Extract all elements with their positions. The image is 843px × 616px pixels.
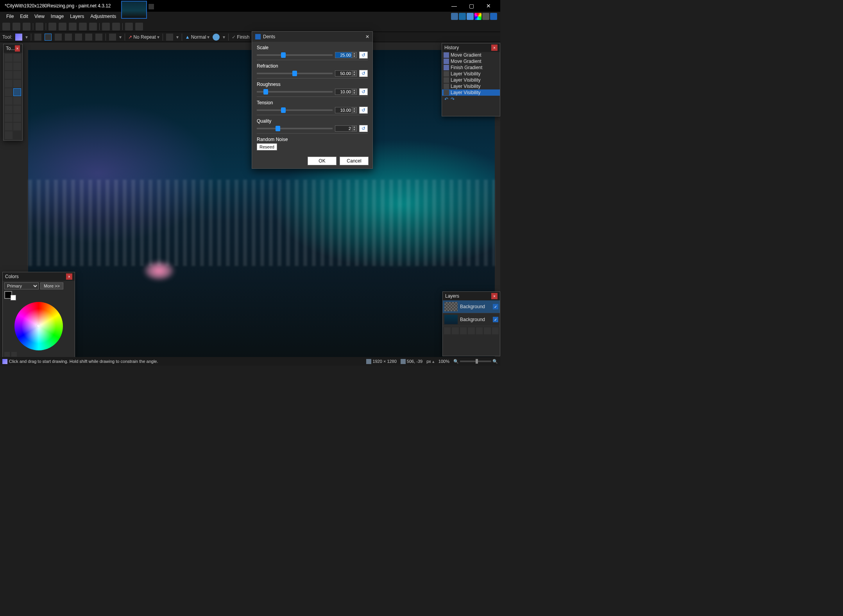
save-icon[interactable] [23,23,30,30]
document-thumbnail[interactable] [121,1,147,19]
zoom-slider[interactable] [460,361,491,362]
print-icon[interactable] [36,23,43,30]
help-icon[interactable] [490,13,497,20]
tool-pencil[interactable] [5,105,13,113]
history-item-6[interactable]: Layer Visibility [442,89,500,96]
layer-duplicate-icon[interactable] [460,327,467,334]
slider-roughness[interactable] [257,91,333,93]
menu-file[interactable]: File [3,12,17,20]
copy-icon[interactable] [59,23,66,30]
tool-shapes[interactable] [5,131,13,139]
undo-button[interactable]: ↶ [444,96,448,102]
menu-edit[interactable]: Edit [17,12,31,20]
history-toggle-icon[interactable] [459,13,466,20]
color-mode-select[interactable]: Primary [4,282,39,289]
tool-gradient[interactable] [13,88,21,96]
redo-icon[interactable] [112,23,120,30]
tools-toggle-icon[interactable] [451,13,458,20]
history-item-5[interactable]: Layer Visibility [442,83,500,89]
tool-zoom[interactable] [13,71,21,79]
layer-item-1[interactable]: Background✓ [443,313,500,326]
layer-visibility-checkbox[interactable]: ✓ [493,317,498,322]
slider-quality[interactable] [257,128,333,129]
gradient-spiral-ccw-icon[interactable] [95,34,102,41]
tool-dropdown[interactable] [15,34,22,41]
zoom-out-icon[interactable]: 🔍 [453,359,459,364]
more-button[interactable]: More >> [40,282,63,289]
colors-close[interactable]: × [66,273,72,280]
ok-button[interactable]: OK [308,157,336,165]
menu-adjustments[interactable]: Adjustments [87,12,119,20]
history-close[interactable]: × [491,45,498,51]
slider-scale[interactable] [257,54,333,56]
input-tension[interactable] [335,107,352,113]
canvas-area[interactable] [0,42,500,357]
layer-add-icon[interactable] [444,327,451,334]
layer-merge-icon[interactable] [468,327,474,334]
tools-panel-close[interactable]: × [15,45,20,52]
layer-delete-icon[interactable] [452,327,458,334]
tool-rect-select[interactable] [5,54,13,62]
menu-view[interactable]: View [31,12,48,20]
finish-button[interactable]: ✓ Finish [232,34,249,40]
secondary-swatch[interactable] [11,295,16,300]
layer-item-0[interactable]: Background✓ [443,300,500,313]
reset-quality[interactable]: ↺ [359,125,368,132]
input-roughness[interactable] [335,89,352,95]
dialog-titlebar[interactable]: Dents ✕ [252,32,372,42]
layer-visibility-checkbox[interactable]: ✓ [493,304,498,309]
history-item-4[interactable]: Layer Visibility [442,77,500,83]
palette-menu-icon[interactable] [11,352,17,357]
history-item-2[interactable]: Finish Gradient [442,64,500,71]
layers-close[interactable]: × [491,293,498,299]
gradient-linear-reflected-icon[interactable] [45,34,52,41]
settings-icon[interactable] [482,13,489,20]
history-item-3[interactable]: Layer Visibility [442,71,500,77]
color-wheel[interactable] [14,302,63,350]
blend-mode[interactable]: ▲ Normal ▾ [185,34,210,40]
reset-tension[interactable]: ↺ [359,107,368,114]
unit-selector[interactable]: px▴ [426,359,435,364]
cut-icon[interactable] [48,23,56,30]
antialias-icon[interactable] [166,34,173,41]
reset-roughness[interactable]: ↺ [359,88,368,95]
slider-tension[interactable] [257,109,333,111]
crop-icon[interactable] [79,23,87,30]
maximize-button[interactable]: ▢ [463,0,480,12]
repeat-mode[interactable]: ↗ No Repeat ▾ [128,34,159,40]
grid-icon[interactable] [125,23,133,30]
new-icon[interactable] [2,23,10,30]
reset-scale[interactable]: ↺ [359,52,368,59]
input-scale[interactable] [335,52,352,58]
tool-line[interactable] [13,123,21,130]
deselect-icon[interactable] [89,23,97,30]
layer-down-icon[interactable] [484,327,490,334]
history-item-1[interactable]: Move Gradient [442,58,500,64]
tool-colorpicker[interactable] [13,105,21,113]
gradient-conical-icon[interactable] [75,34,82,41]
paste-icon[interactable] [69,23,77,30]
ruler-icon[interactable] [135,23,143,30]
menu-image[interactable]: Image [48,12,67,20]
color-wheel-cursor[interactable] [36,324,40,328]
tool-magic-wand[interactable] [5,80,13,87]
minimize-button[interactable]: — [446,0,463,12]
input-refraction[interactable] [335,70,352,77]
history-item-0[interactable]: Move Gradient [442,52,500,58]
alpha-icon[interactable] [213,34,220,41]
tool-move-selected[interactable] [13,54,21,62]
tool-clone[interactable] [5,114,13,122]
tool-recolor[interactable] [13,114,21,122]
zoom-in-icon[interactable]: 🔍 [492,359,498,364]
gradient-diamond-icon[interactable] [55,34,62,41]
tool-paint-bucket[interactable] [5,88,13,96]
layer-up-icon[interactable] [476,327,483,334]
tool-move-selection[interactable] [13,62,21,70]
tool-text[interactable] [5,123,13,130]
input-quality[interactable] [335,125,352,132]
menu-layers[interactable]: Layers [67,12,87,20]
layer-props-icon[interactable] [492,327,499,334]
redo-button[interactable]: ↷ [451,96,455,102]
reseed-button[interactable]: Reseed [257,143,277,150]
tool-eraser[interactable] [13,97,21,105]
